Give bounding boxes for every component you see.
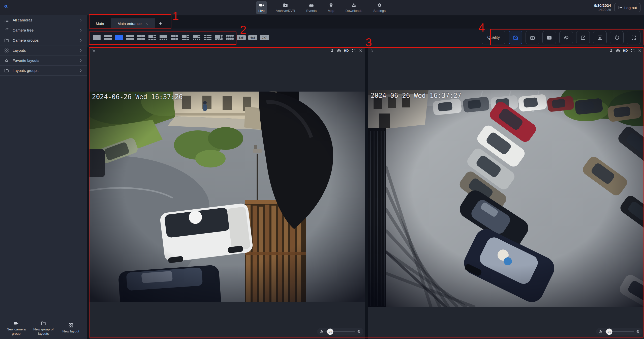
nav-downloads[interactable]: Downloads [343,1,365,14]
hd-quality-toggle[interactable]: HD [344,49,349,52]
list-icon [4,18,9,23]
camera-tile-2[interactable]: HD 2024-06-26 Wed 16:37:271.0 [368,47,644,339]
zoom-slider[interactable]: 1.0 [325,331,355,332]
sidebar-item-all-cameras[interactable]: All cameras [0,15,87,25]
hd-quality-toggle[interactable]: HD [623,49,628,52]
new-group-of-layouts-label: New group of layouts [30,327,57,336]
layout-2-cols[interactable] [115,34,123,41]
arrow-dr-icon[interactable] [370,48,374,53]
camera-viewer: HD 2024-06-26 Wed 16:37:261.0HD [87,47,644,339]
tab-label: Main entrance [118,21,142,26]
layout-1-plus-5-side[interactable] [148,34,157,41]
logout-label: Log out [624,6,637,10]
arrow-dr-icon[interactable] [91,48,96,53]
fullscreen-icon [631,35,637,41]
new-camera-group-button[interactable]: New camera group [3,317,30,339]
videocam-icon [259,3,264,8]
layout-1-plus-8[interactable] [214,34,223,41]
zoom-in-icon[interactable] [636,330,640,334]
new-group-of-layouts-button[interactable]: New group of layouts [30,317,57,339]
sidebar-footer: New camera groupNew group of layoutsNew … [3,317,84,339]
layout-1-plus-4-row[interactable] [159,34,168,41]
layout-1-plus-2[interactable] [126,34,134,41]
tree-icon [4,28,9,33]
folder-icon [4,68,9,73]
chevron-right-icon [79,18,83,22]
to-archive-button[interactable] [542,31,556,44]
share-button[interactable] [576,31,590,44]
close-icon[interactable] [359,48,363,53]
nav-events-label: Events [306,9,317,13]
map-pin-icon [328,3,334,8]
zoom-slider-handle[interactable]: 1.0 [327,329,333,335]
sidebar-item-camera-tree[interactable]: Camera tree [0,25,87,35]
zoom-out-icon[interactable] [598,330,603,334]
tile-header-actions: HD [330,48,363,53]
sidebar-item-label: Layouts [13,48,26,52]
layout-1-plus-5[interactable] [181,34,190,41]
sidebar-item-label: Favorite layouts [13,58,39,63]
snapshot-button[interactable] [526,31,539,44]
chevron-right-icon [79,48,83,52]
layout-1x1[interactable] [93,34,101,41]
plus-icon [158,21,163,26]
add-tab-button[interactable] [155,18,166,29]
zoom-slider[interactable]: 1.0 [604,331,634,332]
star-icon [4,58,9,63]
close-icon[interactable] [145,22,148,25]
quality-button[interactable]: Quality [482,31,505,44]
layout-1-plus-7[interactable] [192,34,201,41]
main-area: MainMain entrance 5x56x67x7 Quality HD [87,15,644,339]
sidebar-item-layouts-groups[interactable]: Layouts groups [0,66,87,76]
tab-main-entrance[interactable]: Main entrance [111,18,155,29]
zoom-out-icon[interactable] [319,330,324,334]
digital-zoom-bar: 1.0 [596,328,642,335]
save-layout-button[interactable] [509,31,522,44]
nav-events[interactable]: Events [304,1,319,14]
digital-zoom-bar: 1.0 [317,328,363,335]
fullscreen-icon[interactable] [352,48,356,53]
sidebar-item-camera-groups[interactable]: Camera groups [0,35,87,45]
sidebar-item-label: Camera groups [13,38,39,42]
camera-icon[interactable] [616,48,620,53]
datetime: 9/30/2024 14:29:29 [594,3,611,12]
camera-tile-1[interactable]: HD 2024-06-26 Wed 16:37:261.0 [89,47,365,339]
new-window-button[interactable] [593,31,607,44]
layout-3x2[interactable] [170,34,179,41]
gear-icon [377,3,382,8]
layout-2-rows[interactable] [104,34,112,41]
logout-button[interactable]: Log out [614,3,640,12]
fullscreen-button[interactable] [627,31,640,44]
archive-icon [546,35,552,41]
zoom-in-icon[interactable] [357,330,361,334]
layout-2x2[interactable] [137,34,145,41]
layout-6x6-badge[interactable]: 6x6 [248,35,257,40]
camera-icon[interactable] [337,48,341,53]
camera-timestamp: 2024-06-26 Wed 16:37:27 [371,92,461,99]
watch-button[interactable] [559,31,573,44]
grid-icon [4,48,9,53]
close-icon[interactable] [638,48,642,53]
tab-main[interactable]: Main [89,18,111,29]
layout-7x7-badge[interactable]: 7x7 [260,35,269,40]
layout-4x4[interactable] [226,34,234,41]
nav-live[interactable]: Live [256,1,267,14]
nav-archive[interactable]: Archive/DVR [273,1,298,14]
layout-5x5-badge[interactable]: 5x5 [237,35,246,40]
reset-button[interactable] [610,31,624,44]
sidebar-item-layouts[interactable]: Layouts [0,45,87,55]
fullscreen-icon[interactable] [631,48,635,53]
chevron-right-icon [79,38,83,42]
nav-downloads-label: Downloads [346,9,362,13]
nav-settings[interactable]: Settings [371,1,388,14]
folder-icon [4,38,9,43]
zoom-slider-handle[interactable]: 1.0 [606,329,612,335]
collapse-sidebar-button[interactable]: « [4,2,7,10]
bookmark-icon[interactable] [609,48,613,53]
bookmark-icon[interactable] [330,48,334,53]
new-layout-button[interactable]: New layout [57,317,84,339]
sidebar-item-favorite-layouts[interactable]: Favorite layouts [0,55,87,66]
new-layout-label: New layout [62,329,79,334]
nav-map[interactable]: Map [325,1,337,14]
layout-3x3[interactable] [203,34,212,41]
